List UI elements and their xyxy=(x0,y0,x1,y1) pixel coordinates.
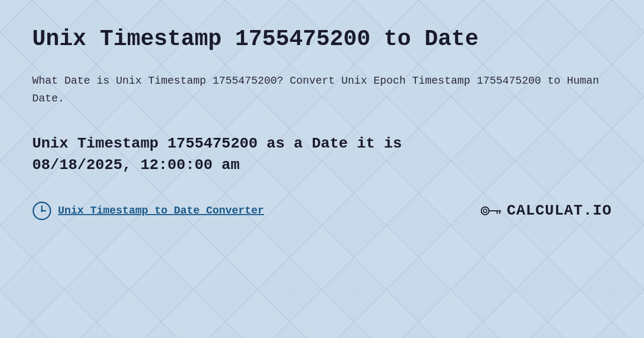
description-text: What Date is Unix Timestamp 1755475200? … xyxy=(32,72,612,107)
page-title: Unix Timestamp 1755475200 to Date xyxy=(32,26,612,53)
footer-link[interactable]: Unix Timestamp to Date Converter xyxy=(58,204,264,217)
clock-icon xyxy=(32,201,52,221)
logo-area: CALCULAT.IO xyxy=(481,202,612,219)
svg-point-13 xyxy=(484,209,487,212)
footer: Unix Timestamp to Date Converter CALCULA… xyxy=(32,201,612,221)
result-line2: 08/18/2025, 12:00:00 am xyxy=(32,157,239,173)
result-block: Unix Timestamp 1755475200 as a Date it i… xyxy=(32,133,612,175)
result-text: Unix Timestamp 1755475200 as a Date it i… xyxy=(32,133,612,175)
footer-left: Unix Timestamp to Date Converter xyxy=(32,201,264,221)
svg-point-11 xyxy=(41,210,43,212)
logo-icon xyxy=(481,203,502,218)
svg-point-12 xyxy=(481,207,489,215)
main-content: Unix Timestamp 1755475200 to Date What D… xyxy=(0,0,644,242)
logo-text: CALCULAT.IO xyxy=(507,202,612,219)
result-line1: Unix Timestamp 1755475200 as a Date it i… xyxy=(32,135,402,152)
